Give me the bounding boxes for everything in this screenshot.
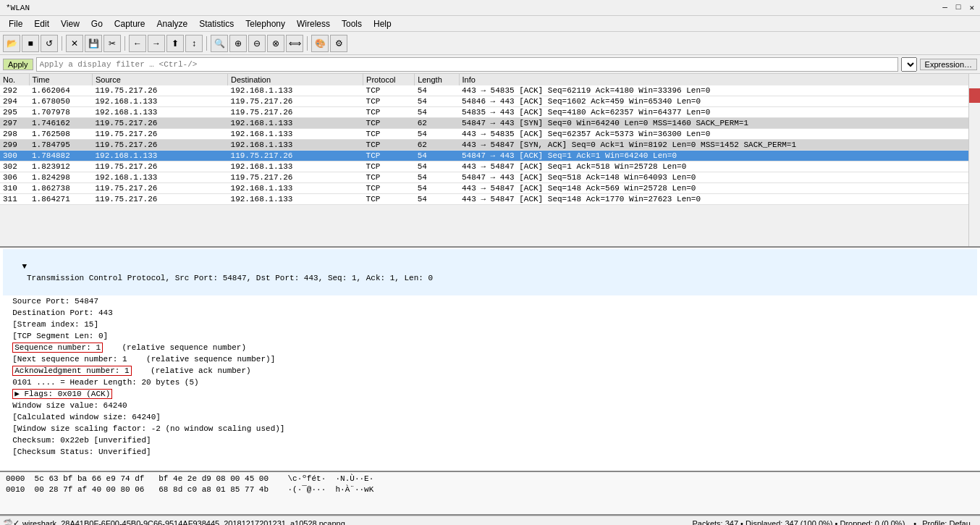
table-row[interactable]: 2941.678050192.168.1.133119.75.217.26TCP… [0,96,980,107]
cell-time: 1.762508 [29,129,93,140]
menu-item-edit[interactable]: Edit [28,17,55,30]
toolbar-open[interactable]: 📂 [3,35,20,52]
toolbar-zoom-in[interactable]: ⊕ [229,35,247,52]
table-row[interactable]: 2981.762508119.75.217.26192.168.1.133TCP… [0,129,980,140]
toolbar-save[interactable]: 💾 [85,35,102,52]
detail-ack-num: Acknowledgment number: 1 (relative ack n… [3,365,977,377]
toolbar-resize[interactable]: ⟺ [286,35,303,52]
toolbar-zoom-out[interactable]: ⊖ [248,35,266,52]
cell-protocol: TCP [363,161,415,172]
cell-protocol: TCP [363,129,415,140]
hex-dump: 0000 5c 63 bf ba 66 e9 74 df bf 4e 2e d9… [0,472,980,516]
cell-time: 1.707978 [29,107,93,118]
status-wireshark-icon: 🦈 [3,518,13,525]
cell-destination: 119.75.217.26 [228,172,363,183]
col-destination: Destination [228,74,363,85]
cell-no: 298 [0,129,29,140]
cell-protocol: TCP [363,183,415,194]
packet-tbody: 2921.662064119.75.217.26192.168.1.133TCP… [0,85,980,205]
cell-length: 54 [415,107,459,118]
cell-info: 54847 → 443 [SYN] Seq=0 Win=64240 Len=0 … [459,118,980,129]
tcp-expand-icon: ▼ [22,262,27,271]
col-length: Length [415,74,459,85]
cell-no: 295 [0,107,29,118]
detail-flags[interactable]: ▶ Flags: 0x010 (ACK) [3,388,977,400]
cell-info: 443 → 54847 [SYN, ACK] Seq=0 Ack=1 Win=8… [459,140,980,151]
cell-source: 119.75.217.26 [93,140,228,151]
toolbar-back[interactable]: ← [129,35,146,52]
toolbar-stop[interactable]: ■ [22,35,39,52]
detail-checksum-status: [Checksum Status: Unverified] [3,446,977,458]
table-row[interactable]: 3111.864271119.75.217.26192.168.1.133TCP… [0,194,980,205]
cell-source: 192.168.1.133 [93,107,228,118]
col-time: Time [29,74,93,85]
cell-source: 119.75.217.26 [93,161,228,172]
menu-item-view[interactable]: View [55,17,85,30]
toolbar-zoom-reset[interactable]: ⊗ [267,35,284,52]
cell-time: 1.784882 [29,151,93,161]
cell-protocol: TCP [363,118,415,129]
cell-destination: 192.168.1.133 [228,118,363,129]
table-row[interactable]: 3001.784882192.168.1.133119.75.217.26TCP… [0,151,980,161]
table-row[interactable]: 2971.746162119.75.217.26192.168.1.133TCP… [0,118,980,129]
cell-destination: 192.168.1.133 [228,161,363,172]
status-filename: wireshark_28A41B0F-6F00-45B0-9C66-9514AF… [22,519,345,526]
maximize-button[interactable]: □ [956,3,961,12]
flags-box: ▶ Flags: 0x010 (ACK) [12,389,112,399]
cell-time: 1.823912 [29,161,93,172]
menu-item-capture[interactable]: Capture [109,17,151,30]
cell-destination: 119.75.217.26 [228,151,363,161]
filter-input[interactable] [36,57,898,72]
table-row[interactable]: 2921.662064119.75.217.26192.168.1.133TCP… [0,85,980,96]
cell-destination: 192.168.1.133 [228,85,363,96]
toolbar-close[interactable]: ✕ [66,35,83,52]
toolbar-find[interactable]: 🔍 [211,35,228,52]
toolbar-up[interactable]: ⬆ [166,35,184,52]
titlebar: *WLAN — □ ✕ [0,0,980,16]
cell-destination: 192.168.1.133 [228,140,363,151]
menu-item-wireless[interactable]: Wireless [291,17,336,30]
cell-source: 192.168.1.133 [93,172,228,183]
tcp-header-text: Transmission Control Protocol, Src Port:… [22,274,433,282]
apply-filter-button[interactable]: Apply [3,59,33,70]
cell-destination: 192.168.1.133 [228,129,363,140]
toolbar-cut[interactable]: ✂ [104,35,121,52]
cell-info: 443 → 54847 [ACK] Seq=1 Ack=518 Win=2572… [459,161,980,172]
cell-length: 54 [415,129,459,140]
toolbar-prefs[interactable]: ⚙ [330,35,347,52]
detail-seq-num: Sequence number: 1 (relative sequence nu… [3,342,977,353]
cell-time: 1.862738 [29,183,93,194]
cell-time: 1.824298 [29,172,93,183]
expression-button[interactable]: Expression… [920,59,977,70]
cell-time: 1.678050 [29,96,93,107]
status-packets: Packets: 347 • Displayed: 347 (100.0%) •… [692,519,905,526]
filter-dropdown[interactable] [901,57,917,72]
menu-item-file[interactable]: File [3,17,28,30]
menu-item-statistics[interactable]: Statistics [193,17,240,30]
menu-item-tools[interactable]: Tools [336,17,368,30]
table-row[interactable]: 3061.824298192.168.1.133119.75.217.26TCP… [0,172,980,183]
toolbar-colorize[interactable]: 🎨 [311,35,329,52]
cell-source: 119.75.217.26 [93,129,228,140]
tcp-header-line[interactable]: ▼ Transmission Control Protocol, Src Por… [3,249,977,295]
hex-line-1: 0010 00 28 7f af 40 00 80 06 68 8d c0 a8… [6,484,974,495]
minimize-button[interactable]: — [942,3,947,12]
cell-protocol: TCP [363,85,415,96]
cell-info: 54846 → 443 [ACK] Seq=1602 Ack=459 Win=6… [459,96,980,107]
menu-item-telephony[interactable]: Telephony [240,17,291,30]
menu-item-help[interactable]: Help [368,17,397,30]
menu-item-go[interactable]: Go [85,17,109,30]
toolbar-forward[interactable]: → [148,35,165,52]
close-button[interactable]: ✕ [969,3,974,12]
menu-item-analyze[interactable]: Analyze [151,17,194,30]
cell-info: 443 → 54835 [ACK] Seq=62119 Ack=4180 Win… [459,85,980,96]
table-row[interactable]: 2991.784795119.75.217.26192.168.1.133TCP… [0,140,980,151]
cell-time: 1.746162 [29,118,93,129]
toolbar-goto[interactable]: ↕ [185,35,203,52]
cell-source: 119.75.217.26 [93,194,228,205]
toolbar-restart[interactable]: ↺ [41,35,58,52]
table-row[interactable]: 3101.862738119.75.217.26192.168.1.133TCP… [0,183,980,194]
table-row[interactable]: 2951.707978192.168.1.133119.75.217.26TCP… [0,107,980,118]
table-row[interactable]: 3021.823912119.75.217.26192.168.1.133TCP… [0,161,980,172]
detail-dst-port: Destination Port: 443 [3,307,977,319]
